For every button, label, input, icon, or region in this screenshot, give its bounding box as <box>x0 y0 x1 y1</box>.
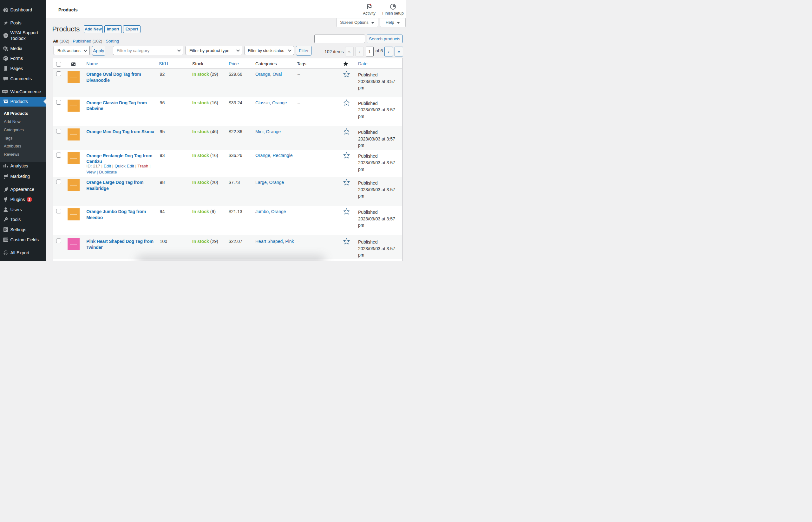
svg-text:Woo: Woo <box>3 91 7 92</box>
